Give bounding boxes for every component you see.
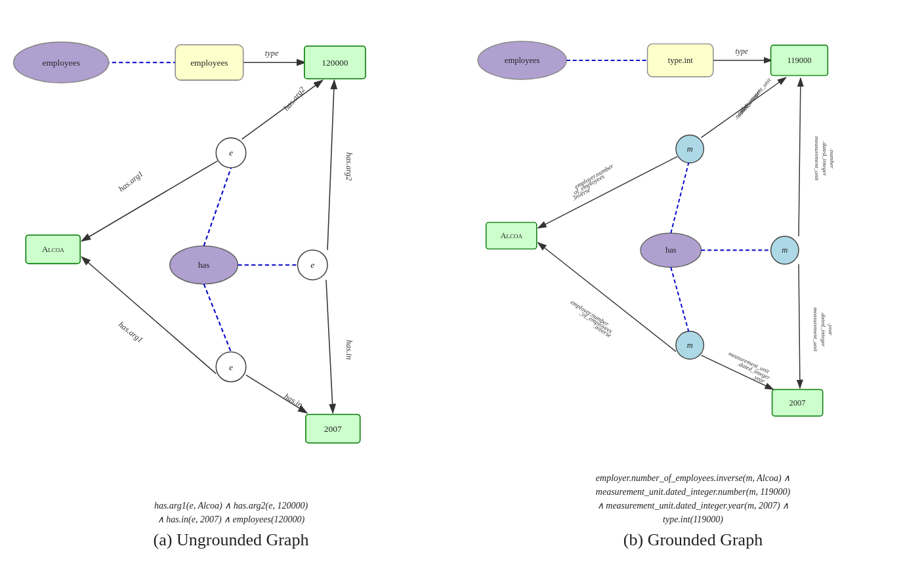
right-formula-line2: measurement_unit.dated_integer.number(m,… xyxy=(596,487,790,497)
right-formula-line4: type.int(119000) xyxy=(663,514,723,524)
r-measure-mid-num-label3: .number xyxy=(829,148,835,169)
edge-has-arg2-top xyxy=(242,80,323,139)
e-bot-label: e xyxy=(229,362,233,372)
has-arg1-top-label: has.arg1 xyxy=(117,169,145,194)
alcoa-label: Alcoa xyxy=(42,244,65,254)
left-graph-svg: type employees employees 120000 Alcoa e … xyxy=(0,7,462,496)
m-top-label: m xyxy=(687,144,693,154)
edge-has-arg2-right xyxy=(327,80,334,250)
has-arg2-top-label: has.arg2 xyxy=(282,85,307,113)
e-top-label: e xyxy=(229,148,233,158)
r-measure-mid-num-label2: .dated_integer xyxy=(822,141,828,177)
r-edge-measure-mid-top xyxy=(799,78,801,236)
employees-rect-label: employees xyxy=(190,58,228,68)
r-dashed-has-mbot xyxy=(671,267,688,331)
edge-has-arg1-top xyxy=(81,161,217,241)
left-formula-line1: has.arg1(e, Alcoa) ∧ has.arg2(e, 120000) xyxy=(154,501,308,511)
has-arg1-bot-label: has.arg1 xyxy=(117,320,145,345)
r-year-right-label3: .year xyxy=(828,324,834,336)
right-graph-svg: type employees type.int 119000 Alcoa m h… xyxy=(462,7,924,469)
right-formula-line1: employer.number_of_employees.inverse(m, … xyxy=(596,473,790,483)
r-year-right-label: measurement_unit xyxy=(812,307,819,352)
has-ellipse-label: has xyxy=(198,260,210,270)
left-formula: has.arg1(e, Alcoa) ∧ has.arg2(e, 120000)… xyxy=(154,499,309,526)
left-graph-title: (a) Ungrounded Graph xyxy=(154,530,309,550)
n120000-label: 120000 xyxy=(322,58,348,68)
type-right-label: type xyxy=(736,47,748,56)
r-typeint-label: type.int xyxy=(668,56,693,65)
r-n119000-label: 119000 xyxy=(787,56,811,65)
r-alcoa-label: Alcoa xyxy=(500,231,522,240)
right-formula-line3: ∧ measurement_unit.dated_integer.year(m,… xyxy=(597,501,789,511)
right-caption: employer.number_of_employees.inverse(m, … xyxy=(583,469,803,551)
r-employees-label: employees xyxy=(505,56,540,65)
r-edge-year-right xyxy=(799,264,800,388)
left-formula-line2: ∧ has.in(e, 2007) ∧ employees(120000) xyxy=(158,514,305,524)
r-measure-mid-num-label: measurement_unit xyxy=(814,136,820,181)
r-measure-top-label3: .number xyxy=(732,101,750,121)
left-panel: type employees employees 120000 Alcoa e … xyxy=(0,7,462,551)
dashed-has-ebot xyxy=(204,284,231,352)
r-n2007-label: 2007 xyxy=(789,398,806,408)
has-arg2-right-label: has.arg2 xyxy=(345,152,354,180)
e-mid-label: e xyxy=(310,260,314,270)
r-dashed-has-mtop xyxy=(671,163,688,233)
employees-ellipse-label: employees xyxy=(42,58,79,68)
left-caption: has.arg1(e, Alcoa) ∧ has.arg2(e, 120000)… xyxy=(140,496,322,551)
right-graph-title: (b) Grounded Graph xyxy=(596,530,790,550)
edge-has-in-right xyxy=(326,280,333,413)
has-in-right-label: has.in xyxy=(345,340,354,360)
m-bot-label: m xyxy=(687,341,693,350)
n2007-label: 2007 xyxy=(324,424,342,434)
r-has-label: has xyxy=(665,245,677,255)
type-label: type xyxy=(265,49,279,58)
dashed-has-etop xyxy=(204,168,231,246)
has-in-bot-label: has.in xyxy=(283,392,304,410)
main-container: type employees employees 120000 Alcoa e … xyxy=(0,0,924,551)
r-year-right-label2: .dated_integer xyxy=(820,312,827,347)
right-formula: employer.number_of_employees.inverse(m, … xyxy=(596,471,790,526)
right-panel: type employees type.int 119000 Alcoa m h… xyxy=(462,7,924,551)
m-mid-label: m xyxy=(782,245,788,255)
